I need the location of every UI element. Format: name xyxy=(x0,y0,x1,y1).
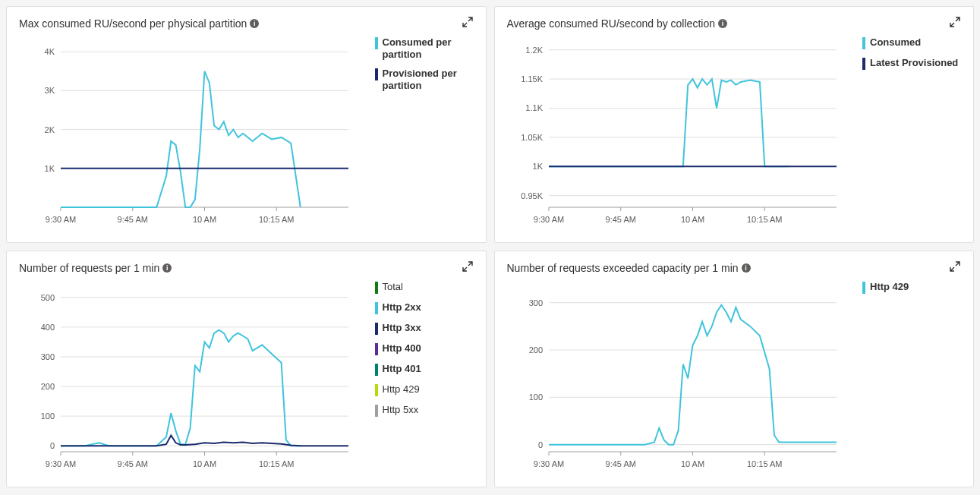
legend-item[interactable]: Total xyxy=(375,281,474,294)
legend: TotalHttp 2xxHttp 3xxHttp 400Http 401Htt… xyxy=(375,281,474,475)
y-tick-label: 1.1K xyxy=(525,103,543,112)
card-title: Number of requests per 1 min xyxy=(19,262,159,274)
chart-area: 01002003004005009:30 AM9:45 AM10 AM10:15… xyxy=(19,281,363,475)
x-tick-label: 9:45 AM xyxy=(605,215,635,224)
y-tick-label: 400 xyxy=(41,323,55,332)
y-tick-label: 0 xyxy=(50,441,55,450)
legend-swatch xyxy=(375,302,378,314)
legend-item[interactable]: Http 429 xyxy=(375,383,474,396)
legend-label: Http 2xx xyxy=(383,301,421,314)
x-tick-label: 9:45 AM xyxy=(118,215,148,224)
legend-label: Http 3xx xyxy=(383,322,421,334)
x-tick-label: 9:45 AM xyxy=(118,459,148,468)
card-title-wrap: Average consumed RU/second by collection… xyxy=(507,17,727,30)
legend-swatch xyxy=(862,282,865,294)
chart-svg: 01002003004005009:30 AM9:45 AM10 AM10:15… xyxy=(19,281,353,475)
legend: Consumed per partitionProvisioned per pa… xyxy=(375,36,474,230)
series-consumed xyxy=(549,79,789,166)
expand-icon[interactable] xyxy=(949,16,961,30)
legend: Http 429 xyxy=(862,281,961,475)
chart-svg: 0.95K1K1.05K1.1K1.15K1.2K9:30 AM9:45 AM1… xyxy=(507,36,841,230)
card-body: 0.95K1K1.05K1.1K1.15K1.2K9:30 AM9:45 AM1… xyxy=(507,36,962,230)
y-tick-label: 300 xyxy=(41,352,55,361)
info-icon[interactable]: i xyxy=(250,19,259,28)
y-tick-label: 3K xyxy=(45,86,55,95)
series-http-429 xyxy=(549,305,837,445)
y-tick-label: 0.95K xyxy=(521,191,543,200)
expand-icon[interactable] xyxy=(949,260,961,275)
x-tick-label: 10 AM xyxy=(680,215,704,224)
legend-swatch xyxy=(375,282,378,294)
chart-area: 1K2K3K4K9:30 AM9:45 AM10 AM10:15 AM xyxy=(19,36,363,230)
y-tick-label: 0 xyxy=(537,440,542,449)
legend-item[interactable]: Provisioned per partition xyxy=(375,68,474,91)
legend-item[interactable]: Http 429 xyxy=(862,281,961,294)
card-title: Average consumed RU/second by collection xyxy=(507,17,715,30)
legend-item[interactable]: Http 401 xyxy=(375,363,474,376)
card-title-wrap: Number of requests per 1 mini xyxy=(19,262,172,274)
y-tick-label: 1.05K xyxy=(521,133,543,142)
card-title: Max consumed RU/second per physical part… xyxy=(19,17,247,30)
y-tick-label: 300 xyxy=(528,298,542,307)
card-title-wrap: Max consumed RU/second per physical part… xyxy=(19,17,259,30)
legend-item[interactable]: Http 3xx xyxy=(375,322,474,335)
legend-item[interactable]: Consumed per partition xyxy=(375,36,474,60)
legend-swatch xyxy=(375,37,378,49)
y-tick-label: 200 xyxy=(41,382,55,391)
y-tick-label: 1K xyxy=(45,164,55,173)
card-title: Number of requests exceeded capacity per… xyxy=(507,262,739,274)
legend-label: Consumed xyxy=(870,36,921,49)
card-title-wrap: Number of requests exceeded capacity per… xyxy=(507,262,751,274)
legend-item[interactable]: Http 400 xyxy=(375,342,474,355)
expand-icon[interactable] xyxy=(462,260,474,275)
chart-svg: 01002003009:30 AM9:45 AM10 AM10:15 AM xyxy=(507,281,841,475)
card-max-ru: Max consumed RU/second per physical part… xyxy=(6,6,487,243)
legend-item[interactable]: Http 2xx xyxy=(375,301,474,314)
legend-swatch xyxy=(375,323,378,335)
x-tick-label: 9:30 AM xyxy=(46,459,76,468)
x-tick-label: 9:30 AM xyxy=(533,215,563,224)
y-tick-label: 2K xyxy=(45,125,55,134)
x-tick-label: 10:15 AM xyxy=(259,215,294,224)
expand-icon[interactable] xyxy=(462,16,474,30)
card-header: Number of requests per 1 mini xyxy=(19,260,474,275)
card-requests: Number of requests per 1 mini01002003004… xyxy=(6,251,487,487)
legend-label: Total xyxy=(383,281,403,293)
x-tick-label: 9:30 AM xyxy=(533,459,563,468)
y-tick-label: 100 xyxy=(41,411,55,421)
card-exceeded: Number of requests exceeded capacity per… xyxy=(494,251,975,487)
legend-swatch xyxy=(375,343,378,355)
x-tick-label: 9:45 AM xyxy=(605,459,635,468)
y-tick-label: 200 xyxy=(528,345,542,355)
card-avg-ru: Average consumed RU/second by collection… xyxy=(494,6,975,243)
chart-svg: 1K2K3K4K9:30 AM9:45 AM10 AM10:15 AM xyxy=(19,36,353,230)
y-tick-label: 1.15K xyxy=(521,74,543,84)
info-icon[interactable]: i xyxy=(162,263,172,273)
legend-label: Http 429 xyxy=(870,281,909,293)
x-tick-label: 10 AM xyxy=(680,459,704,468)
y-tick-label: 1K xyxy=(532,162,543,171)
card-header: Max consumed RU/second per physical part… xyxy=(19,16,474,30)
legend-label: Provisioned per partition xyxy=(383,68,474,91)
legend-label: Latest Provisioned xyxy=(870,57,958,69)
x-tick-label: 10:15 AM xyxy=(747,459,782,468)
legend-label: Http 401 xyxy=(383,363,421,375)
legend-label: Http 400 xyxy=(383,342,421,355)
x-tick-label: 10:15 AM xyxy=(747,215,782,224)
card-body: 1K2K3K4K9:30 AM9:45 AM10 AM10:15 AMConsu… xyxy=(19,36,474,230)
chart-area: 0.95K1K1.05K1.1K1.15K1.2K9:30 AM9:45 AM1… xyxy=(507,36,851,230)
legend-item[interactable]: Http 5xx xyxy=(375,404,474,417)
legend-item[interactable]: Consumed xyxy=(862,36,961,49)
y-tick-label: 4K xyxy=(45,47,55,56)
legend-swatch xyxy=(862,58,865,70)
series-consumed-per-partition xyxy=(61,71,301,207)
legend-swatch xyxy=(375,384,378,396)
info-icon[interactable]: i xyxy=(718,19,727,28)
x-tick-label: 10 AM xyxy=(193,459,216,468)
x-tick-label: 9:30 AM xyxy=(46,215,76,224)
legend-swatch xyxy=(375,68,378,80)
legend-item[interactable]: Latest Provisioned xyxy=(862,57,961,70)
legend-swatch xyxy=(375,405,378,417)
info-icon[interactable]: i xyxy=(742,263,751,273)
card-body: 01002003004005009:30 AM9:45 AM10 AM10:15… xyxy=(19,281,474,475)
